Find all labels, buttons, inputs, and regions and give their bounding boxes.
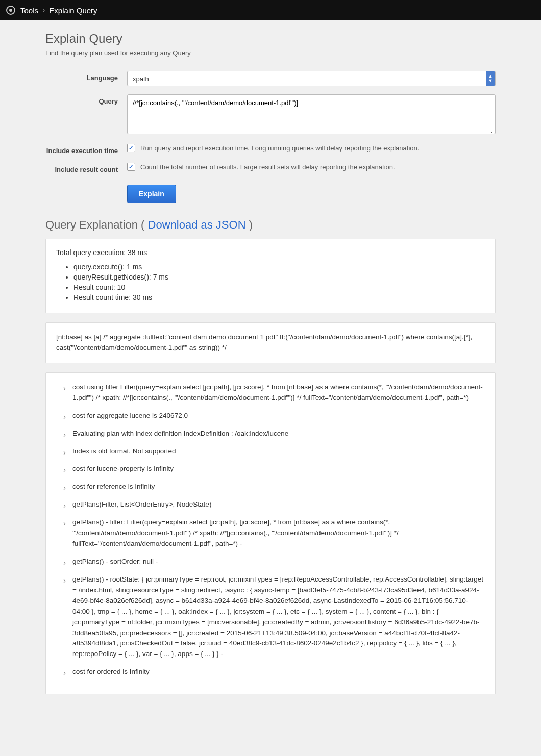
include-time-desc: Run query and report execution time. Lon… — [140, 144, 419, 152]
language-label: Language — [45, 71, 127, 82]
total-execution-line: Total query execution: 38 ms — [56, 248, 485, 257]
log-line: cost for ordered is Infinity — [65, 667, 485, 677]
results-heading: Query Explanation ( Download as JSON ) — [45, 218, 496, 232]
timing-item: Result count: 10 — [73, 283, 485, 291]
log-line: cost for lucene-property is Infinity — [65, 464, 485, 474]
timing-list: query.execute(): 1 ms queryResult.getNod… — [56, 263, 485, 301]
chevron-updown-icon: ▲▼ — [486, 71, 495, 86]
language-select-value: xpath — [128, 75, 486, 83]
log-line: cost using filter Filter(query=explain s… — [65, 382, 485, 404]
include-count-checkbox[interactable]: ✓ — [127, 163, 135, 171]
log-line: Evaluating plan with index definition In… — [65, 429, 485, 439]
log-line: getPlans() - sortOrder: null - — [65, 557, 485, 567]
log-line: Index is old format. Not supported — [65, 446, 485, 457]
log-line: cost for aggregate lucene is 240672.0 — [65, 411, 485, 421]
plan-panel: [nt:base] as [a] /* aggregate :fulltext:… — [45, 322, 496, 363]
timing-item: Result count time: 30 ms — [73, 293, 485, 301]
log-line: getPlans() - rootState: { jcr:primaryTyp… — [65, 574, 485, 660]
app-logo-icon — [6, 6, 15, 15]
logs-panel: cost using filter Filter(query=explain s… — [45, 372, 496, 694]
page-subtitle: Find the query plan used for executing a… — [45, 49, 496, 57]
language-select[interactable]: xpath ▲▼ — [127, 71, 496, 86]
breadcrumb-root[interactable]: Tools — [20, 6, 38, 15]
timing-item: queryResult.getNodes(): 7 ms — [73, 273, 485, 281]
chevron-right-icon: › — [42, 6, 45, 15]
page-title: Explain Query — [45, 32, 496, 46]
explain-button[interactable]: Explain — [127, 185, 176, 203]
query-label: Query — [45, 94, 127, 105]
log-line: getPlans() - filter: Filter(query=explai… — [65, 517, 485, 549]
include-time-checkbox[interactable]: ✓ — [127, 144, 135, 152]
query-input[interactable] — [127, 94, 496, 134]
include-count-label: Include result count — [45, 163, 127, 173]
download-json-link[interactable]: Download as JSON — [148, 218, 246, 231]
timing-item: query.execute(): 1 ms — [73, 263, 485, 271]
log-line: cost for reference is Infinity — [65, 482, 485, 492]
log-line: getPlans(Filter, List<OrderEntry>, NodeS… — [65, 499, 485, 510]
include-count-desc: Count the total number of results. Large… — [140, 163, 395, 171]
breadcrumb-current[interactable]: Explain Query — [49, 6, 97, 15]
include-time-label: Include execution time — [45, 144, 127, 155]
top-bar: Tools › Explain Query — [0, 0, 541, 20]
execution-panel: Total query execution: 38 ms query.execu… — [45, 239, 496, 313]
